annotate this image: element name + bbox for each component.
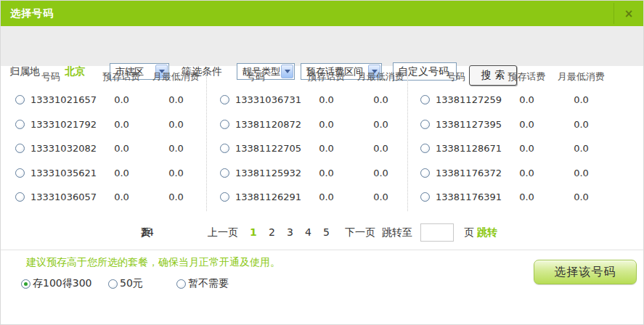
prepaid-value: 0.0 <box>98 143 145 154</box>
number-radio[interactable] <box>220 120 229 129</box>
table-row[interactable]: 13331032082 0.0 0.0 <box>4 136 207 161</box>
prepaid-value: 0.0 <box>98 94 145 105</box>
table-row[interactable]: 13381176372 0.0 0.0 <box>409 161 612 186</box>
table-header-row: 号码 预存话费 月最低消费 <box>4 66 207 88</box>
table-row[interactable]: 13331035621 0.0 0.0 <box>4 161 207 186</box>
number-radio[interactable] <box>15 95 25 104</box>
prepaid-value: 0.0 <box>303 168 350 178</box>
option-label: 50元 <box>120 277 143 290</box>
number-radio[interactable] <box>15 120 25 129</box>
table-row[interactable]: 13381128671 0.0 0.0 <box>409 136 612 161</box>
min-monthly-value: 0.0 <box>350 119 412 130</box>
option-radio[interactable] <box>176 279 186 289</box>
option-radio[interactable] <box>108 279 118 289</box>
select-number-dialog: 选择号码 × 归属地 北京 市辖区 筛选条件 靓号类型 预存话费区间 搜 索 号… <box>0 0 644 325</box>
prepaid-value: 0.0 <box>303 143 350 154</box>
jump-button[interactable]: 跳转 <box>477 226 497 239</box>
number-radio[interactable] <box>420 120 430 129</box>
number-radio[interactable] <box>420 144 430 153</box>
min-monthly-value: 0.0 <box>145 168 207 178</box>
phone-number: 13381128671 <box>436 143 502 154</box>
phone-number: 13381176372 <box>436 168 502 178</box>
min-monthly-value: 0.0 <box>350 168 412 178</box>
option-not-needed[interactable]: 暂不需要 <box>176 277 229 290</box>
select-this-number-button[interactable]: 选择该号码 <box>534 260 637 284</box>
filter-bar: 归属地 北京 市辖区 筛选条件 靓号类型 预存话费区间 搜 索 <box>1 26 644 66</box>
header-min-monthly: 月最低消费 <box>145 70 207 83</box>
number-radio[interactable] <box>420 95 430 104</box>
table-row[interactable]: 13381122705 0.0 0.0 <box>208 136 407 161</box>
prepaid-value: 0.0 <box>98 168 145 178</box>
header-number: 号码 <box>208 70 303 83</box>
table-row[interactable]: 13381127395 0.0 0.0 <box>409 112 612 137</box>
number-radio[interactable] <box>420 192 430 202</box>
page-number-4[interactable]: 4 <box>305 226 311 238</box>
option-50yuan[interactable]: 50元 <box>108 277 143 290</box>
footer-divider <box>1 250 644 250</box>
header-prepaid: 预存话费 <box>503 70 550 83</box>
prepaid-value: 0.0 <box>98 192 145 202</box>
table-header-row: 号码 预存话费 月最低消费 <box>208 66 407 88</box>
number-radio[interactable] <box>220 168 229 178</box>
close-icon[interactable]: × <box>621 7 636 21</box>
phone-number: 13381127395 <box>436 119 502 130</box>
phone-number: 13331035621 <box>30 168 97 178</box>
prev-page-link[interactable]: 上一页 <box>208 226 238 239</box>
number-column-2: 号码 预存话费 月最低消费 13331036731 0.0 0.0 133811… <box>208 66 407 210</box>
prepaid-value: 0.0 <box>503 192 550 202</box>
phone-number: 13331021657 <box>30 94 97 105</box>
header-prepaid: 预存话费 <box>303 70 350 83</box>
table-row[interactable]: 13381125932 0.0 0.0 <box>208 161 407 186</box>
number-radio[interactable] <box>220 192 229 202</box>
pagination-bar: 共 24 页 上一页 1 2 3 4 5 下一页 跳转至 页 跳转 <box>1 226 644 241</box>
page-number-5[interactable]: 5 <box>323 226 330 238</box>
phone-number: 13381127259 <box>436 94 502 105</box>
table-row[interactable]: 13381126291 0.0 0.0 <box>208 185 407 210</box>
option-save100-get300[interactable]: 存100得300 <box>21 277 91 290</box>
min-monthly-value: 0.0 <box>145 119 207 130</box>
phone-number: 13381176391 <box>436 192 502 202</box>
header-min-monthly: 月最低消费 <box>550 70 612 83</box>
min-monthly-value: 0.0 <box>145 192 207 202</box>
prepaid-value: 0.0 <box>503 119 550 130</box>
number-radio[interactable] <box>15 192 25 202</box>
table-row[interactable]: 13381176391 0.0 0.0 <box>409 185 612 210</box>
number-radio[interactable] <box>220 144 229 153</box>
jump-page-unit: 页 <box>464 226 474 239</box>
page-number-3[interactable]: 3 <box>287 226 293 238</box>
jump-page-input[interactable] <box>420 223 454 242</box>
header-number: 号码 <box>409 70 503 83</box>
number-radio[interactable] <box>420 168 430 178</box>
table-row[interactable]: 13381120872 0.0 0.0 <box>208 112 407 137</box>
table-row[interactable]: 13331021657 0.0 0.0 <box>4 88 207 112</box>
table-row[interactable]: 13331021792 0.0 0.0 <box>4 112 207 137</box>
prepaid-value: 0.0 <box>503 94 550 105</box>
column-divider <box>407 70 408 211</box>
table-row[interactable]: 13331036057 0.0 0.0 <box>4 185 207 210</box>
next-page-link[interactable]: 下一页 <box>345 226 375 239</box>
prepaid-value: 0.0 <box>303 119 350 130</box>
header-min-monthly: 月最低消费 <box>350 70 412 83</box>
min-monthly-value: 0.0 <box>350 143 412 154</box>
number-column-1: 号码 预存话费 月最低消费 13331021657 0.0 0.0 133310… <box>4 66 207 210</box>
prepaid-value: 0.0 <box>98 119 145 130</box>
min-monthly-value: 0.0 <box>350 192 412 202</box>
header-number: 号码 <box>4 70 98 83</box>
table-row[interactable]: 13381127259 0.0 0.0 <box>409 88 612 112</box>
page-number-2[interactable]: 2 <box>269 226 275 238</box>
min-monthly-value: 0.0 <box>145 143 207 154</box>
min-monthly-value: 0.0 <box>550 94 612 105</box>
phone-number: 13381126291 <box>235 192 301 202</box>
min-monthly-value: 0.0 <box>145 94 207 105</box>
prepaid-value: 0.0 <box>303 94 350 105</box>
number-radio[interactable] <box>15 144 25 153</box>
phone-number: 13331021792 <box>30 119 97 130</box>
number-radio[interactable] <box>15 168 25 178</box>
option-radio[interactable] <box>21 279 30 289</box>
min-monthly-value: 0.0 <box>350 94 412 105</box>
number-radio[interactable] <box>220 95 229 104</box>
titlebar-divider <box>614 3 614 24</box>
phone-number: 13331036731 <box>235 94 301 105</box>
table-row[interactable]: 13331036731 0.0 0.0 <box>208 88 407 112</box>
page-number-1[interactable]: 1 <box>250 226 257 238</box>
